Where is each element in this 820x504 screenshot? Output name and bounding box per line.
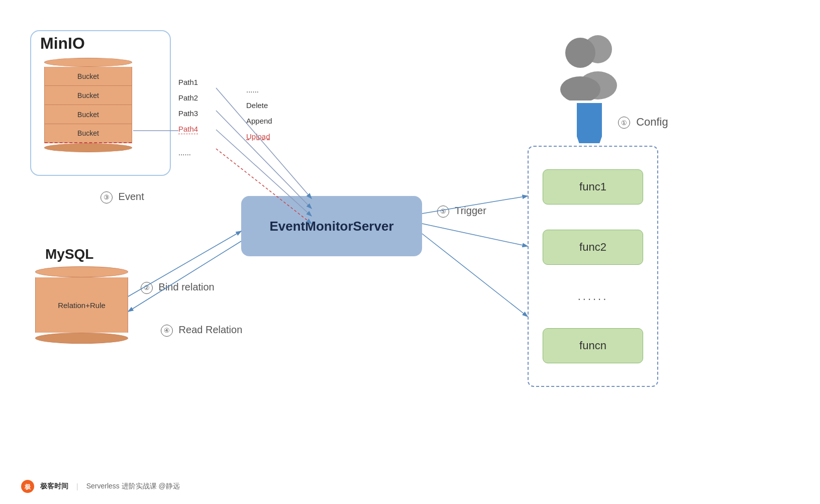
step2-label: Bind relation <box>159 281 215 292</box>
mysql-content: Relation+Rule <box>35 277 128 333</box>
svg-line-14 <box>128 241 241 312</box>
footer-sep: | <box>76 482 78 490</box>
mysql-title: MySQL <box>45 246 93 262</box>
mysql-cylinder: Relation+Rule <box>35 266 128 344</box>
path-labels: Path1 Path2 Path3 Path4 ...... <box>178 78 198 164</box>
ems-box: EventMonitorServer <box>241 196 422 256</box>
minio-bucket-2: Bucket <box>45 86 132 105</box>
step3-label: Event <box>119 191 144 202</box>
path4-label: Path4 <box>178 125 198 134</box>
step3-num: ③ <box>100 191 113 204</box>
trigger-label: ⑤ Trigger <box>437 205 486 218</box>
minio-bucket-3: Bucket <box>45 105 132 124</box>
minio-bucket-4: Bucket <box>45 124 132 143</box>
op-append: Append <box>246 117 272 125</box>
step1-num: ① <box>618 117 630 129</box>
minio-cylinder: Bucket Bucket Bucket Bucket <box>44 58 132 152</box>
user-icon <box>548 30 628 106</box>
step2-num: ② <box>141 282 153 294</box>
diagram-container: MinIO Bucket Bucket Bucket Bucket Path1 … <box>0 0 820 504</box>
func1-box: func1 <box>543 169 643 205</box>
funcn-box: funcn <box>543 328 643 363</box>
svg-point-2 <box>565 38 595 68</box>
footer-brand: 极客时间 <box>40 482 68 491</box>
read-label: ④ Read Relation <box>161 324 242 337</box>
svg-line-16 <box>422 224 528 246</box>
op-delete: Delete <box>246 101 272 110</box>
op-upload: Upload <box>246 132 272 141</box>
minio-title: MinIO <box>40 34 85 53</box>
path3-label: Path3 <box>178 109 198 118</box>
event-label: ③ Event <box>100 191 144 204</box>
step5-label: Trigger <box>455 205 486 216</box>
svg-text:极: 极 <box>24 483 31 490</box>
step4-num: ④ <box>161 325 173 337</box>
op-dots: ...... <box>246 85 272 94</box>
config-label: ① Config <box>618 116 668 129</box>
step5-num: ⑤ <box>437 206 449 218</box>
svg-line-17 <box>422 234 528 317</box>
ems-title: EventMonitorServer <box>269 219 393 234</box>
minio-bucket-1: Bucket <box>45 67 132 86</box>
func-dots: ...... <box>578 290 608 303</box>
path1-label: Path1 <box>178 78 198 86</box>
step4-label: Read Relation <box>179 324 243 335</box>
footer-course: Serverless 进阶实战课 @静远 <box>86 482 180 491</box>
func2-box: func2 <box>543 230 643 265</box>
footer-logo-icon: 极 <box>20 479 35 494</box>
op-labels: ...... Delete Append Upload <box>246 85 272 148</box>
footer: 极 极客时间 | Serverless 进阶实战课 @静远 <box>20 479 180 494</box>
bind-label: ② Bind relation <box>141 281 215 294</box>
step1-label: Config <box>636 116 668 128</box>
path2-label: Path2 <box>178 93 198 102</box>
config-arrow <box>577 103 602 145</box>
functions-box: func1 func2 ...... funcn <box>528 146 658 387</box>
path-dots: ...... <box>178 148 198 157</box>
